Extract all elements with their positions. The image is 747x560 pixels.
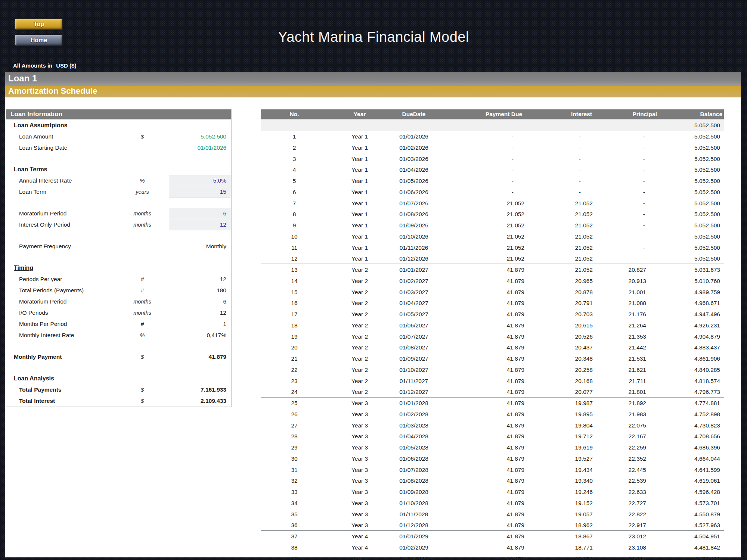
cell-interest: 21.052: [527, 231, 595, 242]
cell-balance: 4.596.428: [659, 486, 724, 498]
cell-year: Year 3: [328, 498, 391, 509]
panel-input-cell[interactable]: 5,0%: [169, 175, 230, 186]
panel-item-label: Monthly Interest Rate: [19, 330, 74, 341]
panel-input-cell[interactable]: 12: [169, 219, 230, 230]
cell-balance: 4.774.881: [659, 398, 724, 409]
cell-principal: 22.445: [595, 464, 659, 476]
cell-interest: 19.340: [527, 475, 595, 486]
cell-interest: 19.057: [527, 509, 595, 520]
loan-section-label: Loan 1: [8, 73, 37, 84]
cell-interest: -: [527, 142, 595, 153]
cell-no-: 27: [261, 420, 328, 431]
cell-interest: 19.434: [527, 464, 595, 476]
table-row: 23Year 201/11/202741.87920.16821.7114.81…: [261, 376, 724, 387]
table-row: 15Year 201/03/202741.87920.87821.0014.98…: [261, 287, 724, 298]
cell-year: Year 3: [328, 464, 391, 476]
cell-principal: -: [595, 131, 659, 142]
cell-principal: 22.917: [595, 520, 659, 530]
cell-year: Year 1: [328, 253, 391, 264]
column-header-no-: No.: [261, 109, 328, 119]
table-row: 29Year 301/05/202841.87919.61922.2594.68…: [261, 442, 724, 453]
cell-no-: 6: [261, 187, 328, 198]
panel-item-row: Loan Starting Date01/01/2026: [6, 142, 231, 153]
cell-payment-due: 41.879: [436, 309, 527, 320]
cell-principal: -: [595, 142, 659, 153]
panel-item-row: Monthly Interest Rate%0,417%: [6, 330, 231, 341]
cell-payment-due: 41.879: [436, 453, 527, 464]
cell-principal: 21.264: [595, 320, 659, 331]
panel-item-row: Moratorium Periodmonths6: [6, 208, 231, 219]
cell-principal: 21.801: [595, 386, 659, 397]
cell-year: Year 2: [328, 287, 391, 298]
cell-duedate: 01/04/2026: [391, 164, 436, 175]
cell-payment-due: 41.879: [436, 376, 527, 387]
cell-payment-due: 41.879: [436, 531, 527, 542]
panel-section-heading: Loan Analysis: [6, 373, 231, 384]
panel-item-row: Moratorium Periodmonths6: [6, 296, 231, 307]
table-row: 34Year 301/10/202841.87919.15222.7274.57…: [261, 498, 724, 509]
top-button[interactable]: Top: [15, 18, 63, 30]
cell-principal: 20.913: [595, 276, 659, 287]
cell-duedate: 01/06/2028: [391, 453, 436, 464]
table-row: 31Year 301/07/202841.87919.43422.4454.64…: [261, 464, 724, 476]
panel-item-row: Periods Per year#12: [6, 274, 231, 285]
panel-item-unit: #: [114, 274, 170, 285]
cell-principal: -: [595, 198, 659, 209]
cell-duedate: 01/09/2026: [391, 220, 436, 231]
cell-duedate: 01/04/2028: [391, 431, 436, 442]
cell-payment-due: 41.879: [436, 420, 527, 431]
panel-item-unit: $: [114, 395, 170, 407]
cell-principal: 21.442: [595, 342, 659, 353]
cell-no-: 31: [261, 464, 328, 476]
cell-principal: 23.108: [595, 542, 659, 553]
cell-year: Year 3: [328, 486, 391, 498]
panel-item-row: Interest Only Periodmonths12: [6, 219, 231, 230]
column-header-payment-due: Payment Due: [436, 109, 527, 119]
panel-input-cell[interactable]: 6: [169, 208, 230, 219]
cell-principal: -: [595, 209, 659, 220]
cell-balance: 4.708.656: [659, 431, 724, 442]
cell-duedate: 01/08/2026: [391, 209, 436, 220]
panel-item-unit: %: [114, 175, 170, 186]
cell-interest: -: [527, 187, 595, 198]
cell-duedate: 01/02/2027: [391, 276, 436, 287]
panel-item-row: Total Periods (Payments)#180: [6, 285, 231, 296]
cell-duedate: 01/08/2027: [391, 342, 436, 353]
panel-item-unit: #: [114, 318, 170, 330]
table-row: 30Year 301/06/202841.87919.52722.3524.66…: [261, 453, 724, 464]
panel-item-unit: months: [114, 219, 170, 230]
currency-note: All Amounts inUSD ($): [13, 62, 76, 69]
cell-balance: 5.052.500: [659, 253, 724, 264]
cell-payment-due: 41.879: [436, 298, 527, 309]
cell-balance: 4.796.773: [659, 386, 724, 397]
cell-balance: 4.686.396: [659, 442, 724, 453]
table-row: 24Year 201/12/202741.87920.07721.8014.79…: [261, 386, 724, 398]
cell-interest: 20.703: [527, 309, 595, 320]
cell-duedate: 01/01/2027: [391, 264, 436, 276]
cell-principal: 22.352: [595, 453, 659, 464]
cell-principal: -: [595, 153, 659, 165]
table-row: 2Year 101/02/2026---5.052.500: [261, 142, 724, 153]
cell-principal: -: [595, 253, 659, 264]
cell-year: Year 2: [328, 353, 391, 364]
cell-year: Year 1: [328, 153, 391, 165]
cell-duedate: 01/03/2026: [391, 153, 436, 165]
panel-item-unit: %: [114, 330, 170, 341]
table-row: 4Year 101/04/2026---5.052.500: [261, 164, 724, 175]
panel-spacer-row: [6, 363, 231, 373]
panel-input-cell[interactable]: 15: [169, 186, 230, 197]
cell-principal: -: [595, 164, 659, 175]
cell-year: [328, 120, 391, 131]
cell-principal: 22.822: [595, 509, 659, 520]
cell-principal: 21.892: [595, 398, 659, 409]
table-row: 37Year 401/01/202941.87918.86723.0124.50…: [261, 531, 724, 542]
cell-duedate: 01/07/2026: [391, 198, 436, 209]
cell-year: Year 3: [328, 409, 391, 420]
cell-duedate: 01/05/2028: [391, 442, 436, 453]
cell-interest: 19.804: [527, 420, 595, 431]
cell-interest: 20.878: [527, 287, 595, 298]
top-header-area: Top Home Yacht Marina Financial Model Al…: [0, 0, 747, 72]
cell-interest: -: [527, 164, 595, 175]
cell-year: Year 3: [328, 431, 391, 442]
cell-year: Year 1: [328, 187, 391, 198]
